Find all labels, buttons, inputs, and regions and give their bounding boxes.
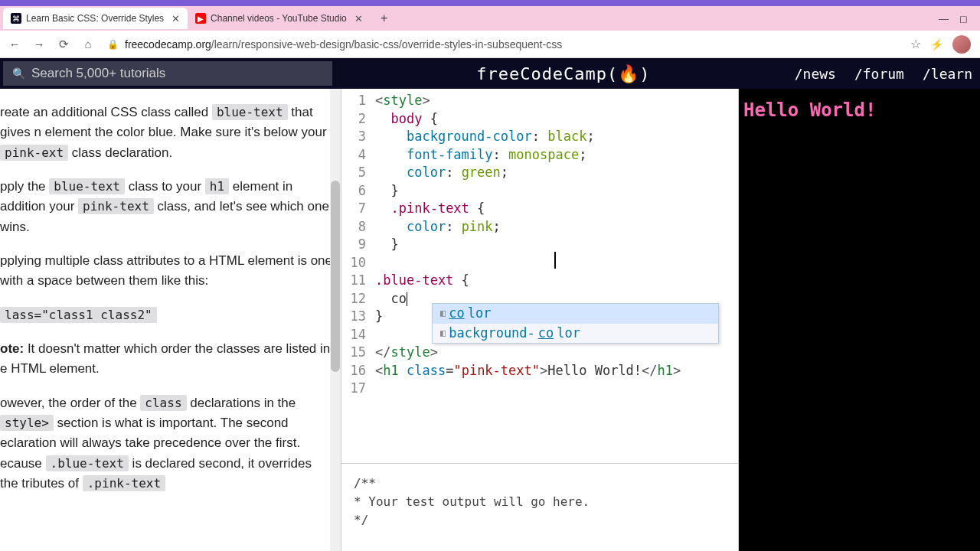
preview-heading: Hello World! [743,99,876,121]
instructions-panel: reate an additional CSS class called blu… [0,89,341,551]
autocomplete-item[interactable]: ◧ color [433,304,718,324]
tab-close-icon[interactable]: ✕ [172,13,180,24]
new-tab-button[interactable]: + [375,9,394,28]
fcc-favicon-icon: ⌘ [11,13,21,24]
browser-tab-1[interactable]: ⌘ Learn Basic CSS: Override Styles ✕ [3,8,188,29]
home-icon[interactable]: ⌂ [80,36,96,53]
property-icon: ◧ [440,324,446,343]
tab-title: Learn Basic CSS: Override Styles [26,13,164,24]
preview-panel: Hello World! [739,89,980,551]
search-icon: 🔍 [12,67,25,80]
forward-icon[interactable]: → [31,36,47,53]
line-gutter: 1234567891011121314151617 [341,92,375,463]
instructions-scrollbar[interactable] [330,89,341,551]
fcc-top-nav: 🔍 Search 5,000+ tutorials freeCodeCamp(🔥… [0,58,980,89]
lock-icon: 🔒 [107,39,119,50]
code-content[interactable]: <style> body { background-color: black; … [375,92,738,463]
tab-title: Channel videos - YouTube Studio [211,13,347,24]
back-icon[interactable]: ← [6,36,23,53]
bookmark-star-icon[interactable]: ☆ [910,37,921,51]
autocomplete-popup[interactable]: ◧ color ◧ background-color [432,303,719,344]
browser-tab-2[interactable]: ▶ Channel videos - YouTube Studio ✕ [188,8,371,29]
browser-tabbar: ⌘ Learn Basic CSS: Override Styles ✕ ▶ C… [0,6,980,31]
browser-address-bar: ← → ⟳ ⌂ 🔒 freecodecamp.org/learn/respons… [0,31,980,58]
youtube-favicon-icon: ▶ [195,13,206,24]
reload-icon[interactable]: ⟳ [55,36,72,53]
url-field[interactable]: 🔒 freecodecamp.org/learn/responsive-web-… [104,38,903,51]
minimize-icon[interactable]: — [939,13,949,24]
maximize-icon[interactable]: ◻ [959,13,968,24]
nav-forum[interactable]: /forum [854,66,904,82]
nav-learn[interactable]: /learn [923,66,972,82]
property-icon: ◧ [440,305,446,323]
tab-close-icon[interactable]: ✕ [354,13,363,24]
scrollbar-thumb[interactable] [331,181,340,372]
nav-news[interactable]: /news [795,66,836,82]
window-titlebar [0,0,980,6]
text-cursor-icon [554,252,556,269]
search-input[interactable]: 🔍 Search 5,000+ tutorials [3,61,332,86]
fcc-logo[interactable]: freeCodeCamp(🔥) [332,64,795,83]
test-output-console: /** * Your test output will go here. */ [341,463,738,551]
profile-avatar[interactable] [952,35,971,54]
code-editor[interactable]: 1234567891011121314151617 <style> body {… [341,89,738,463]
autocomplete-item[interactable]: ◧ background-color [433,324,718,344]
extension-icon[interactable]: ⚡ [930,38,943,51]
